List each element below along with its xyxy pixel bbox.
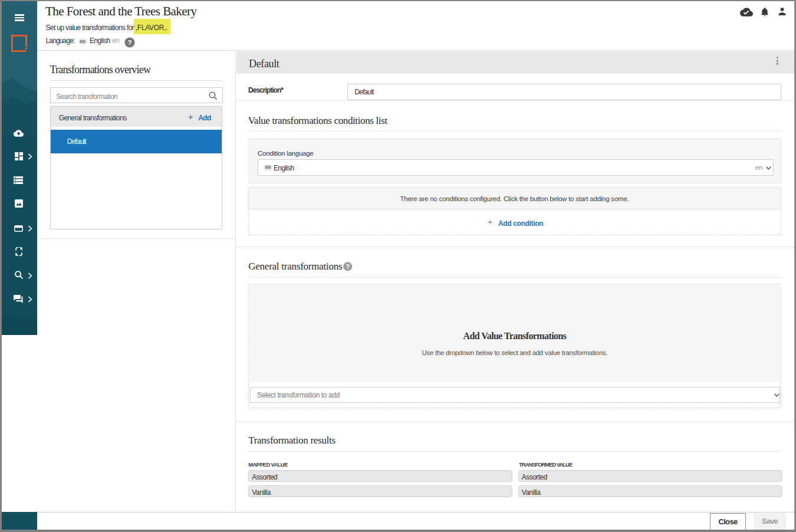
svg-text:?: ? — [127, 39, 131, 46]
svg-text:?: ? — [346, 264, 350, 270]
